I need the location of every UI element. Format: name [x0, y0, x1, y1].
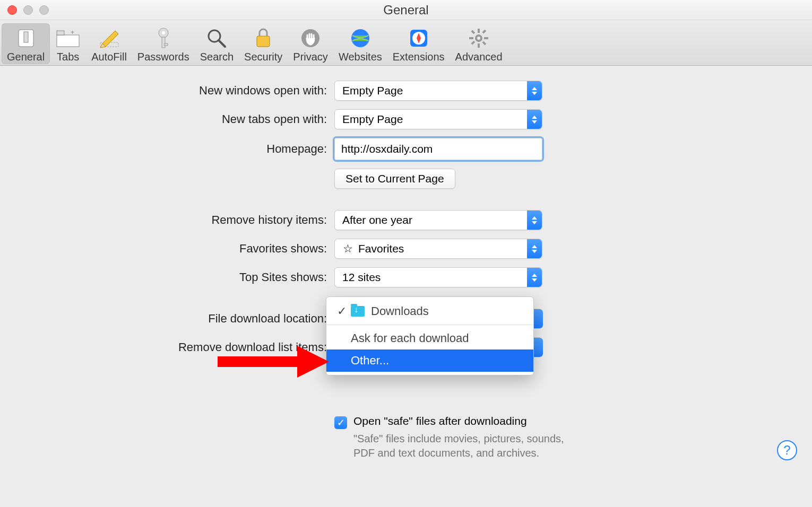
titlebar: General [0, 0, 812, 20]
toolbar-label: Websites [339, 51, 382, 63]
toolbar-label: AutoFill [91, 51, 127, 63]
toolbar-websites[interactable]: Websites [333, 23, 387, 64]
new-tabs-value: Empty Page [342, 113, 403, 126]
menu-item-label: Downloads [371, 304, 429, 318]
zoom-window-button [39, 5, 49, 15]
svg-rect-24 [484, 37, 488, 39]
preferences-toolbar: General + Tabs AutoFill Passwords Search… [0, 20, 812, 66]
chevron-updown-icon [527, 81, 542, 100]
minimize-window-button [23, 5, 33, 15]
open-safe-files-label: Open "safe" files after downloading [353, 415, 582, 427]
svg-line-13 [219, 40, 225, 47]
svg-rect-26 [482, 41, 487, 45]
toolbar-privacy[interactable]: Privacy [288, 23, 333, 64]
svg-rect-21 [478, 29, 480, 33]
hand-icon [298, 25, 323, 51]
checkmark-icon: ✓ [336, 304, 348, 318]
remove-history-value: After one year [342, 214, 412, 226]
download-location-menu: ✓ Downloads Ask for each download Other.… [326, 296, 534, 375]
set-current-page-button[interactable]: Set to Current Page [334, 169, 455, 189]
folder-icon [351, 306, 365, 317]
toolbar-label: Security [244, 51, 282, 63]
toolbar-tabs[interactable]: + Tabs [50, 23, 86, 64]
remove-history-label: Remove history items: [11, 213, 334, 227]
new-tabs-popup[interactable]: Empty Page [334, 109, 542, 129]
toolbar-label: Search [200, 51, 234, 63]
toolbar-label: Tabs [57, 51, 79, 63]
toolbar-passwords[interactable]: Passwords [132, 23, 195, 64]
toolbar-general[interactable]: General [2, 23, 50, 64]
menu-item-other[interactable]: Other... [326, 349, 533, 372]
svg-rect-30 [218, 356, 297, 367]
help-button[interactable]: ? [777, 440, 797, 460]
annotation-arrow [218, 346, 329, 380]
window-title: General [383, 3, 428, 18]
svg-rect-27 [482, 30, 487, 34]
toolbar-label: Passwords [137, 51, 189, 63]
favorites-shows-label: Favorites shows: [11, 242, 334, 256]
favorites-shows-value: Favorites [358, 242, 404, 255]
top-sites-shows-value: 12 sites [342, 271, 381, 284]
chevron-updown-icon [527, 239, 542, 258]
star-icon: ☆ [342, 243, 353, 254]
toolbar-label: Advanced [455, 51, 503, 63]
globe-icon [348, 25, 373, 51]
general-pane: New windows open with: Empty Page New ta… [0, 66, 812, 471]
svg-rect-11 [165, 43, 168, 46]
toolbar-extensions[interactable]: Extensions [387, 23, 450, 64]
question-icon: ? [783, 443, 790, 458]
menu-item-label: Other... [351, 354, 389, 368]
new-windows-popup[interactable]: Empty Page [334, 81, 542, 101]
new-tabs-label: New tabs open with: [11, 112, 334, 126]
chevron-updown-icon [527, 211, 542, 230]
pencil-icon [97, 25, 122, 51]
svg-marker-6 [102, 31, 118, 47]
svg-rect-10 [162, 37, 165, 48]
new-windows-label: New windows open with: [11, 84, 334, 98]
toolbar-search[interactable]: Search [195, 23, 239, 64]
gear-icon [466, 25, 491, 51]
tabs-icon: + [55, 25, 81, 51]
menu-item-ask-each[interactable]: Ask for each download [326, 327, 533, 349]
chevron-updown-icon [527, 110, 542, 129]
toolbar-label: General [7, 51, 45, 63]
switch-icon [13, 25, 39, 51]
lock-icon [250, 25, 276, 51]
svg-point-29 [477, 37, 480, 40]
homepage-label: Homepage: [11, 142, 334, 156]
menu-item-label: Ask for each download [351, 331, 469, 345]
svg-text:+: + [71, 29, 74, 36]
magnifier-icon [204, 25, 229, 51]
menu-item-downloads[interactable]: ✓ Downloads [326, 300, 533, 322]
favorites-shows-popup[interactable]: ☆ Favorites [334, 239, 542, 259]
svg-rect-23 [469, 37, 473, 39]
svg-rect-22 [478, 43, 480, 48]
key-icon [151, 25, 176, 51]
chevron-updown-icon [532, 338, 543, 357]
top-sites-shows-label: Top Sites shows: [11, 270, 334, 284]
svg-rect-3 [57, 31, 64, 35]
toolbar-label: Extensions [393, 51, 445, 63]
top-sites-shows-popup[interactable]: 12 sites [334, 267, 542, 287]
file-download-location-label: File download location: [11, 312, 334, 326]
svg-point-9 [162, 31, 165, 34]
menu-separator [326, 325, 533, 325]
toolbar-label: Privacy [293, 51, 328, 63]
svg-rect-1 [24, 32, 28, 42]
svg-rect-2 [57, 35, 79, 47]
homepage-input[interactable] [334, 138, 542, 160]
toolbar-security[interactable]: Security [239, 23, 288, 64]
new-windows-value: Empty Page [342, 84, 403, 97]
toolbar-autofill[interactable]: AutoFill [86, 23, 132, 64]
svg-rect-14 [257, 36, 270, 47]
close-window-button[interactable] [7, 5, 17, 15]
open-safe-files-description: "Safe" files include movies, pictures, s… [353, 432, 582, 460]
open-safe-files-checkbox[interactable]: ✓ [334, 416, 347, 429]
remove-history-popup[interactable]: After one year [334, 210, 542, 230]
chevron-updown-icon [532, 309, 543, 328]
toolbar-advanced[interactable]: Advanced [450, 23, 508, 64]
svg-marker-31 [297, 346, 329, 378]
compass-icon [406, 25, 431, 51]
svg-rect-28 [471, 41, 476, 45]
svg-rect-25 [471, 30, 476, 34]
